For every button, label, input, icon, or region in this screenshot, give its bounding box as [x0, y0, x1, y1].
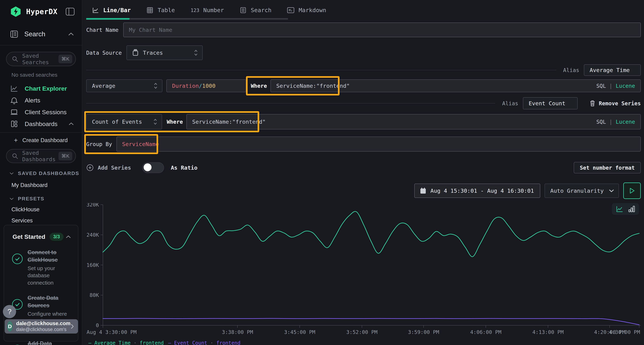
section-label: PRESETS — [18, 196, 44, 202]
timeseries-chart[interactable]: 080K160K240K320KAug 4 3:30:00 PM3:38:00 … — [86, 203, 641, 340]
legend-item[interactable]: — Average Time · frontend — [88, 340, 164, 345]
data-source-select[interactable]: Traces — [126, 45, 203, 60]
svg-text:3:59:00 PM: 3:59:00 PM — [408, 329, 439, 335]
sql-option[interactable]: SQL — [596, 119, 606, 125]
sidebar-item-client-sessions[interactable]: Client Sessions — [0, 106, 82, 118]
chevron-up-icon[interactable] — [66, 235, 71, 239]
as-ratio-label: As Ratio — [171, 164, 198, 171]
saved-searches-input[interactable]: Saved Searches ⌘K — [6, 52, 76, 66]
sidebar-item-alerts[interactable]: Alerts — [0, 94, 82, 106]
saved-dashboards-section-header[interactable]: SAVED DASHBOARDS — [0, 171, 82, 176]
field-expression-input[interactable]: Duration/1000 — [166, 79, 246, 92]
get-started-item[interactable]: Add Data Start sending logs, metrics, or… — [4, 340, 78, 345]
query-language-toggle[interactable]: SQL | Lucene — [596, 83, 635, 89]
sidebar-collapse-icon[interactable] — [66, 7, 75, 16]
sidebar-item-my-dashboard[interactable]: My Dashboard — [0, 182, 82, 188]
chart-display-toggle — [612, 203, 639, 215]
lucene-option[interactable]: Lucene — [616, 83, 635, 89]
tab-number[interactable]: 123 Number — [190, 7, 224, 13]
markdown-icon: M↓ — [287, 7, 294, 13]
bar-chart-icon[interactable] — [628, 205, 635, 213]
chart-editor: Chart Name My Chart Name Data Source Tra… — [82, 20, 644, 345]
line-chart-icon — [10, 84, 18, 92]
aggregation-select-1[interactable]: Average — [86, 79, 162, 92]
chart-name-input[interactable]: My Chart Name — [123, 22, 641, 37]
create-dashboard-button[interactable]: + Create Dashboard — [0, 134, 82, 147]
tab-underline-track — [130, 18, 288, 20]
where-input-1[interactable]: ServiceName:"frontend" SQL | Lucene — [270, 79, 641, 92]
chevron-up-icon[interactable] — [68, 122, 74, 126]
dashboards-grid-icon — [10, 120, 18, 128]
tab-label: Search — [251, 7, 272, 13]
chart-name-placeholder: My Chart Name — [129, 27, 172, 33]
sidebar-item-dashboards[interactable]: Dashboards — [0, 118, 82, 130]
hyperdx-app: HyperDX Search Saved Searches ⌘K No save… — [0, 0, 644, 345]
aggregation-select-2[interactable]: Count of Events — [86, 114, 162, 129]
help-button[interactable]: ? — [3, 305, 16, 318]
field-operator: / — [199, 83, 202, 89]
aggregation-value: Average — [92, 83, 116, 89]
alias-input-1[interactable]: Average Time — [584, 64, 641, 76]
saved-dashboards-input[interactable]: Saved Dashboards ⌘K — [6, 149, 76, 163]
sql-option[interactable]: SQL — [596, 83, 606, 89]
presets-section-header[interactable]: PRESETS — [0, 196, 82, 202]
alias-label: Alias — [563, 67, 579, 73]
sidebar-item-services[interactable]: Services — [0, 217, 82, 224]
user-subtitle: dale@clickhouse.com's — [16, 327, 70, 332]
time-controls-row: Aug 4 15:30:01 - Aug 4 16:30:01 Auto Gra… — [86, 183, 641, 198]
divider — [0, 132, 82, 133]
tab-markdown[interactable]: M↓ Markdown — [287, 7, 326, 13]
step-title: Connect to ClickHouse — [28, 249, 72, 264]
where-input-2[interactable]: ServiceName:"frontend" SQL | Lucene — [186, 114, 641, 129]
sidebar-item-chart-explorer[interactable]: Chart Explorer — [0, 83, 82, 94]
set-number-format-button[interactable]: Set number format — [574, 162, 641, 173]
svg-text:Aug 4 3:30:00 PM: Aug 4 3:30:00 PM — [86, 329, 136, 335]
data-source-value: Traces — [143, 49, 163, 56]
sidebar-item-label: Client Sessions — [25, 109, 66, 116]
divider — [86, 103, 495, 103]
get-started-header[interactable]: Get Started 3/3 — [4, 225, 78, 241]
search-section-icon — [10, 30, 18, 38]
avatar: D — [7, 321, 12, 332]
chevron-down-icon — [608, 189, 614, 193]
field-name: Duration — [172, 83, 199, 89]
remove-series-button[interactable]: Remove Series — [590, 100, 641, 107]
search-list-icon — [240, 7, 246, 13]
data-source-row: Data Source Traces — [86, 45, 641, 60]
add-series-button[interactable]: Add Series — [86, 164, 131, 171]
tab-line-bar[interactable]: Line/Bar — [92, 7, 131, 13]
granularity-select[interactable]: Auto Granularity — [544, 184, 619, 198]
alias-label: Alias — [502, 100, 518, 106]
create-dashboard-label: Create Dashboard — [22, 137, 68, 144]
shortcut-badge: ⌘K — [58, 152, 72, 160]
svg-text:M↓: M↓ — [289, 8, 293, 12]
group-by-input[interactable]: ServiceName — [116, 137, 641, 152]
where-value: ServiceName:"frontend" — [276, 83, 350, 89]
sidebar-item-clickhouse[interactable]: ClickHouse — [0, 206, 82, 213]
chevron-up-icon[interactable] — [68, 32, 74, 36]
step-subtitle: Set up your database connection — [28, 265, 72, 287]
sidebar: HyperDX Search Saved Searches ⌘K No save… — [0, 0, 82, 345]
line-chart-icon[interactable] — [616, 205, 623, 213]
alias-input-2[interactable]: Event Count — [523, 97, 578, 109]
as-ratio-toggle[interactable] — [142, 162, 164, 173]
bell-icon — [10, 96, 18, 104]
tab-label: Table — [158, 7, 175, 13]
divider: | — [609, 83, 612, 89]
get-started-item[interactable]: Connect to ClickHouse Set up your databa… — [4, 249, 78, 286]
tab-table[interactable]: Table — [146, 7, 175, 13]
svg-text:240K: 240K — [86, 232, 99, 238]
legend-item[interactable]: — Event Count · frontend — [168, 340, 240, 345]
svg-text:4:13:00 PM: 4:13:00 PM — [532, 329, 564, 335]
alias-row-2: Alias Event Count Remove Series — [86, 97, 641, 109]
run-query-button[interactable] — [623, 183, 641, 199]
time-range-input[interactable]: Aug 4 15:30:01 - Aug 4 16:30:01 — [414, 184, 540, 198]
aggregation-value: Count of Events — [92, 118, 142, 125]
lucene-option[interactable]: Lucene — [616, 119, 635, 125]
chevron-right-icon — [70, 323, 74, 330]
sidebar-section-search[interactable]: Search — [0, 23, 82, 45]
tab-search[interactable]: Search — [240, 7, 272, 13]
query-language-toggle[interactable]: SQL | Lucene — [596, 119, 635, 125]
chart-type-tabs: Line/Bar Table 123 Number Search M↓ — [82, 0, 644, 20]
user-account-chip[interactable]: D dale@clickhouse.com dale@clickhouse.co… — [5, 319, 78, 334]
